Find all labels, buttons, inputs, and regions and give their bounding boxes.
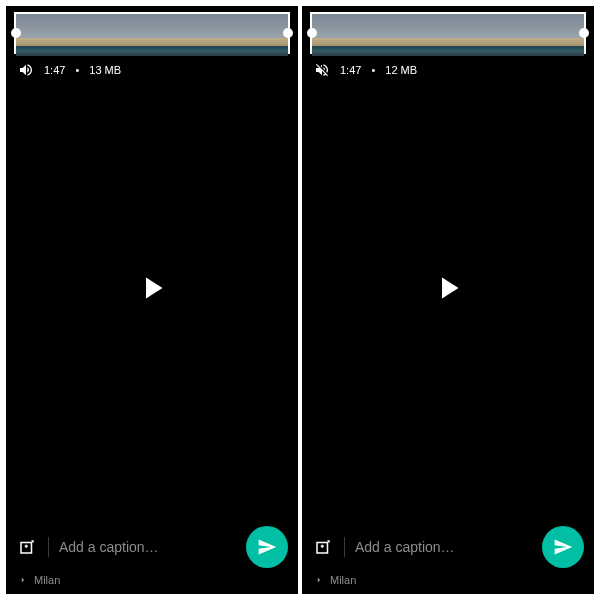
- bottom-bar: Milan: [6, 518, 298, 594]
- add-media-button[interactable]: [312, 536, 334, 558]
- video-send-editor: 1:47 • 13 MB Milan: [6, 6, 298, 594]
- recipient-name: Milan: [330, 574, 356, 586]
- add-media-button[interactable]: [16, 536, 38, 558]
- trim-handle-start[interactable]: [307, 28, 317, 38]
- video-filesize: 13 MB: [89, 64, 121, 76]
- separator-dot: •: [371, 64, 375, 76]
- video-trim-timeline[interactable]: [14, 12, 290, 54]
- video-info-row: 1:47 • 13 MB: [18, 62, 121, 78]
- video-duration: 1:47: [44, 64, 65, 76]
- video-duration: 1:47: [340, 64, 361, 76]
- bottom-bar: Milan: [302, 518, 594, 594]
- recipient-row[interactable]: Milan: [16, 574, 288, 586]
- trim-handle-end[interactable]: [283, 28, 293, 38]
- video-filesize: 12 MB: [385, 64, 417, 76]
- play-button[interactable]: [134, 270, 170, 306]
- send-button[interactable]: [542, 526, 584, 568]
- video-send-editor: 1:47 • 12 MB Milan: [302, 6, 594, 594]
- divider: [48, 537, 49, 557]
- video-trim-timeline[interactable]: [310, 12, 586, 54]
- recipient-row[interactable]: Milan: [312, 574, 584, 586]
- separator-dot: •: [75, 64, 79, 76]
- recipient-name: Milan: [34, 574, 60, 586]
- send-button[interactable]: [246, 526, 288, 568]
- sound-off-icon[interactable]: [314, 62, 330, 78]
- video-info-row: 1:47 • 12 MB: [314, 62, 417, 78]
- play-button[interactable]: [430, 270, 466, 306]
- caption-input[interactable]: [355, 539, 532, 555]
- chevron-right-icon: [18, 575, 28, 585]
- trim-handle-end[interactable]: [579, 28, 589, 38]
- caption-input[interactable]: [59, 539, 236, 555]
- sound-on-icon[interactable]: [18, 62, 34, 78]
- trim-handle-start[interactable]: [11, 28, 21, 38]
- divider: [344, 537, 345, 557]
- chevron-right-icon: [314, 575, 324, 585]
